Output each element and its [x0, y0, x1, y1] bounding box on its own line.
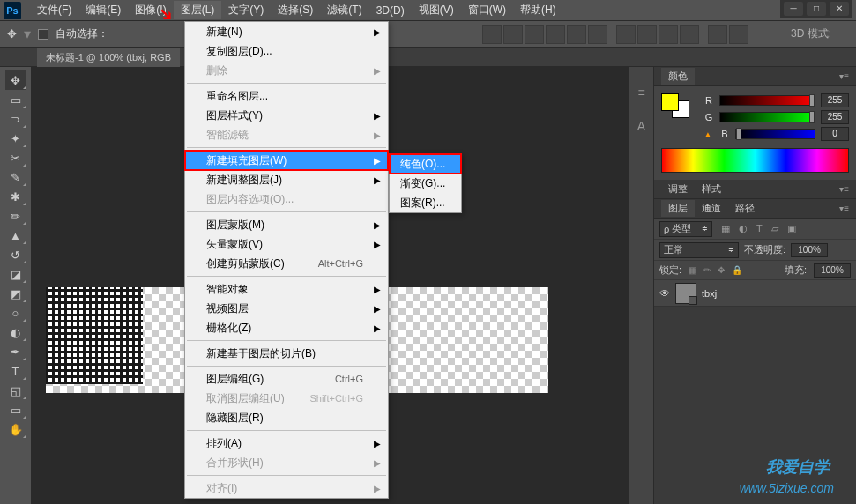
- menu-item[interactable]: 创建剪贴蒙版(C)Alt+Ctrl+G: [185, 254, 388, 273]
- menu-edit[interactable]: 编辑(E): [78, 1, 128, 19]
- history-icon[interactable]: ≡: [634, 85, 650, 100]
- distribute-icon[interactable]: [637, 25, 657, 44]
- menu-item[interactable]: 排列(A)▶: [185, 434, 388, 453]
- menu-image[interactable]: 图像(I): [128, 1, 173, 19]
- distribute-icon[interactable]: [708, 25, 727, 44]
- filter-pixel-icon[interactable]: ▦: [721, 223, 730, 234]
- menu-item[interactable]: 图层蒙版(M)▶: [185, 215, 388, 234]
- layers-tab[interactable]: 图层: [661, 200, 695, 217]
- blend-mode-select[interactable]: 正常≑: [659, 242, 739, 258]
- adjust-tab[interactable]: 调整: [661, 181, 695, 197]
- align-icon[interactable]: [525, 25, 544, 44]
- type-tool[interactable]: T: [5, 361, 26, 381]
- menu-3d[interactable]: 3D(D): [369, 3, 412, 19]
- menu-window[interactable]: 窗口(W): [461, 1, 513, 19]
- menu-item[interactable]: 隐藏图层(R): [185, 408, 388, 427]
- fill-input[interactable]: 100%: [814, 263, 851, 278]
- lock-position-icon[interactable]: ✥: [718, 265, 725, 275]
- dodge-tool[interactable]: ◐: [5, 322, 26, 342]
- history-brush-tool[interactable]: ↺: [5, 245, 26, 264]
- layer-row[interactable]: 👁 tbxj: [654, 280, 856, 307]
- menu-item[interactable]: 新建填充图层(W)▶: [185, 151, 388, 170]
- eraser-tool[interactable]: ◪: [5, 264, 26, 284]
- menu-item[interactable]: 图层编组(G)Ctrl+G: [185, 369, 388, 389]
- filter-adjust-icon[interactable]: ◐: [739, 223, 748, 234]
- menu-help[interactable]: 帮助(H): [513, 1, 563, 19]
- distribute-icon[interactable]: [729, 25, 748, 44]
- channels-tab[interactable]: 通道: [695, 200, 728, 217]
- submenu-item[interactable]: 纯色(O)...: [390, 154, 461, 174]
- submenu-item[interactable]: 渐变(G)...: [390, 174, 461, 193]
- blur-tool[interactable]: ○: [5, 303, 26, 322]
- gradient-tool[interactable]: ◩: [5, 284, 26, 303]
- align-icon[interactable]: [503, 25, 523, 44]
- path-select-tool[interactable]: ◱: [5, 381, 26, 400]
- b-slider[interactable]: [735, 129, 815, 139]
- menu-layer[interactable]: 图层(L): [174, 1, 222, 19]
- foreground-swatch[interactable]: [661, 93, 679, 111]
- menu-item[interactable]: 重命名图层...: [185, 86, 388, 106]
- filter-type-icon[interactable]: T: [756, 223, 763, 234]
- menu-item[interactable]: 新建(N)▶: [185, 22, 388, 41]
- autoselect-checkbox[interactable]: [38, 29, 48, 40]
- maximize-button[interactable]: □: [807, 2, 826, 16]
- menu-item[interactable]: 智能对象▶: [185, 279, 388, 299]
- lock-transparency-icon[interactable]: ▦: [689, 265, 696, 275]
- menu-view[interactable]: 视图(V): [412, 1, 461, 19]
- lock-all-icon[interactable]: 🔒: [732, 265, 742, 275]
- character-icon[interactable]: A: [634, 118, 650, 134]
- distribute-icon[interactable]: [659, 25, 678, 44]
- document-tab[interactable]: 未标题-1 @ 100% (tbxj, RGB: [37, 48, 180, 67]
- menu-filter[interactable]: 滤镜(T): [320, 1, 368, 19]
- g-slider[interactable]: [719, 112, 815, 122]
- hand-tool[interactable]: ✋: [5, 419, 26, 439]
- healing-tool[interactable]: ✱: [5, 187, 26, 206]
- menu-item[interactable]: 复制图层(D)...: [185, 41, 388, 61]
- filter-kind-select[interactable]: ρ 类型 ≑: [659, 221, 712, 237]
- lock-pixels-icon[interactable]: ✏: [703, 265, 711, 275]
- filter-smart-icon[interactable]: ▣: [787, 223, 796, 234]
- crop-tool[interactable]: ✂: [5, 148, 26, 167]
- wand-tool[interactable]: ✦: [5, 129, 26, 148]
- opacity-input[interactable]: 100%: [791, 243, 828, 257]
- panel-menu-icon[interactable]: ▾≡: [839, 184, 849, 194]
- marquee-tool[interactable]: ▭: [5, 90, 26, 109]
- minimize-button[interactable]: ─: [784, 2, 803, 16]
- b-value[interactable]: 0: [821, 127, 849, 141]
- distribute-icon[interactable]: [616, 25, 636, 44]
- stamp-tool[interactable]: ▲: [5, 226, 26, 245]
- r-value[interactable]: 255: [821, 93, 849, 107]
- distribute-icon[interactable]: [680, 25, 699, 44]
- submenu-item[interactable]: 图案(R)...: [390, 193, 461, 212]
- pen-tool[interactable]: ✒: [5, 342, 26, 361]
- move-tool[interactable]: ✥: [5, 70, 26, 90]
- filter-shape-icon[interactable]: ▱: [771, 223, 778, 234]
- align-icon[interactable]: [546, 25, 565, 44]
- lasso-tool[interactable]: ⊃: [5, 109, 26, 129]
- g-value[interactable]: 255: [821, 110, 849, 124]
- panel-menu-icon[interactable]: ▾≡: [839, 71, 849, 81]
- brush-tool[interactable]: ✏: [5, 206, 26, 226]
- align-icon[interactable]: [482, 25, 502, 44]
- menu-item[interactable]: 栅格化(Z)▶: [185, 318, 388, 337]
- visibility-icon[interactable]: 👁: [659, 287, 670, 300]
- style-tab[interactable]: 样式: [695, 181, 728, 197]
- menu-item[interactable]: 新建基于图层的切片(B): [185, 344, 388, 363]
- menu-select[interactable]: 选择(S): [271, 1, 320, 19]
- menu-type[interactable]: 文字(Y): [221, 1, 271, 19]
- align-icon[interactable]: [588, 25, 607, 44]
- menu-item[interactable]: 图层样式(Y)▶: [185, 106, 388, 125]
- close-button[interactable]: ✕: [830, 2, 849, 16]
- paths-tab[interactable]: 路径: [728, 200, 762, 217]
- align-icon[interactable]: [567, 25, 586, 44]
- eyedropper-tool[interactable]: ✎: [5, 167, 26, 187]
- menu-item[interactable]: 矢量蒙版(V)▶: [185, 234, 388, 254]
- menu-item[interactable]: 视频图层▶: [185, 299, 388, 318]
- panel-menu-icon[interactable]: ▾≡: [839, 204, 849, 213]
- spectrum-picker[interactable]: [661, 148, 849, 173]
- color-tab[interactable]: 颜色: [661, 68, 695, 85]
- menu-file[interactable]: 文件(F): [30, 1, 78, 19]
- menu-item[interactable]: 新建调整图层(J)▶: [185, 170, 388, 189]
- layer-name-label[interactable]: tbxj: [702, 288, 717, 299]
- shape-tool[interactable]: ▭: [5, 400, 26, 419]
